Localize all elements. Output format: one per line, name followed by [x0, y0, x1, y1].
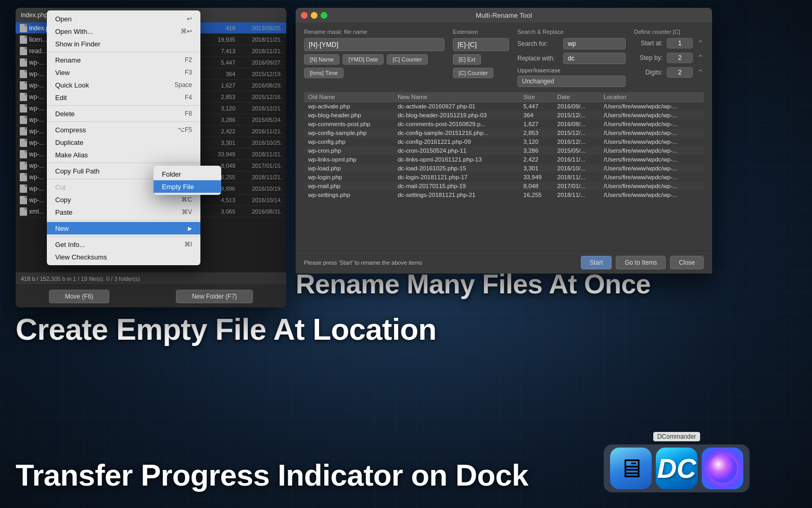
table-row[interactable]: wp-activate.php dc-activate-20160927.php… [304, 102, 704, 111]
cell-size: 2,422 [519, 155, 553, 164]
cell-old-name: wp-cron.php [304, 146, 394, 155]
replace-with-group: Replace with: [517, 53, 626, 64]
step-by-stepper[interactable]: ⌃ [697, 53, 704, 63]
start-at-stepper[interactable]: ⌃ [697, 39, 704, 48]
table-row[interactable]: wp-cron.php dc-cron-20150524.php-11 3,28… [304, 146, 704, 155]
cm-separator [47, 236, 200, 237]
cm-shortcut: F4 [185, 94, 192, 101]
digits-label: Digits: [634, 69, 663, 76]
new-folder-button[interactable]: New Folder (F7) [176, 290, 253, 303]
cm-label: New [55, 225, 184, 232]
move-button[interactable]: Move (F6) [49, 290, 110, 303]
upper-lower-select[interactable]: Unchanged [517, 76, 626, 87]
file-icon [20, 35, 27, 44]
rt-title: Multi-Rename Tool [476, 11, 532, 19]
cm-item-compress[interactable]: Compress⌥F5 [47, 123, 200, 136]
cm-item-edit[interactable]: EditF4 [47, 91, 200, 104]
cell-old-name: wp-comments-post.php [304, 120, 394, 129]
tag-n-name[interactable]: [N] Name [304, 54, 339, 65]
table-row[interactable]: wp-config-sample.php dc-config-sample-20… [304, 129, 704, 138]
cm-label: Get Info... [55, 241, 176, 249]
cm-item-open[interactable]: Open↩ [47, 13, 200, 25]
file-date: 2016/12/21. [235, 105, 282, 111]
cm-item-duplicate[interactable]: Duplicate [47, 136, 200, 148]
cm-shortcut: F2 [185, 56, 192, 64]
tag-c-counter-2[interactable]: [C] Counter [453, 68, 493, 78]
tag-c-counter-1[interactable]: [C] Counter [387, 54, 427, 65]
tag-ymd-date[interactable]: [YMD] Date [342, 54, 384, 65]
file-icon [20, 116, 27, 124]
cell-location: /Users/fire/www/wpdc/wp-... [600, 173, 704, 182]
table-row[interactable]: wp-mail.php dc-mail-20170115.php-19 8,04… [304, 182, 704, 191]
cm-label: Open [55, 15, 179, 23]
close-button[interactable]: Close [670, 256, 704, 269]
cm-item-quick-look[interactable]: Quick LookSpace [47, 79, 200, 91]
cell-location: /Users/fire/www/wpdc/wp-... [600, 146, 704, 155]
table-row[interactable]: wp-settings.php dc-settings-20181121.php… [304, 191, 704, 200]
tag-hms-time[interactable]: [hms] Time [304, 68, 344, 78]
table-row[interactable]: wp-blog-header.php dc-blog-header-201512… [304, 111, 704, 120]
file-size: 3,301 [204, 140, 235, 146]
table-row[interactable]: wp-comments-post.php dc-comments-post-20… [304, 120, 704, 129]
dock-icon-dcommander[interactable]: DC [656, 448, 697, 489]
table-row[interactable]: wp-config.php dc-config-20161221.php-09 … [304, 138, 704, 146]
table-row[interactable]: wp-login.php dc-login-20181121.php-17 33… [304, 173, 704, 182]
finder-emoji: 🖥 [618, 453, 644, 484]
cm-label: Duplicate [55, 139, 192, 146]
cell-location: /Users/fire/www/wpdc/wp-... [600, 155, 704, 164]
replace-with-input[interactable] [563, 53, 626, 64]
cm-item-show-in-finder[interactable]: Show in Finder [47, 38, 200, 50]
search-for-group: Search for: [517, 38, 626, 49]
submenu-folder[interactable]: Folder [154, 168, 221, 180]
dock-icon-siri[interactable] [702, 448, 743, 489]
cell-date: 2015/12/... [553, 129, 600, 138]
search-replace-section: Search & Replace Search for: Replace wit… [517, 29, 626, 87]
cell-new-name: dc-config-20161221.php-09 [394, 138, 519, 146]
start-button[interactable]: Start [581, 256, 612, 269]
file-icon [20, 81, 27, 90]
step-by-input[interactable] [667, 53, 693, 63]
dock-icon-finder[interactable]: 🖥 [610, 448, 652, 489]
cm-item-make-alias[interactable]: Make Alias [47, 148, 200, 161]
go-to-items-button[interactable]: Go to Items [616, 256, 666, 269]
cm-item-new[interactable]: New▶ [47, 222, 200, 234]
rename-mask-input[interactable] [304, 38, 445, 51]
digits-stepper[interactable]: ⌃ [697, 68, 704, 78]
cell-date: 2015/05/... [553, 146, 600, 155]
file-icon [20, 24, 27, 32]
rt-body: Rename mask: file name [N] Name [YMD] Da… [296, 22, 712, 206]
file-date: 2015/05/24. [235, 117, 282, 123]
start-at-input[interactable] [667, 38, 693, 48]
table-row[interactable]: wp-load.php dc-load-20161025.php-15 3,30… [304, 164, 704, 173]
cm-item-open-with[interactable]: Open With...⌘↩ [47, 25, 200, 38]
table-row[interactable]: wp-links-opml.php dc-links-opml-20161121… [304, 155, 704, 164]
file-size: 1,627 [204, 82, 235, 89]
search-for-input[interactable] [563, 38, 626, 49]
file-icon [20, 127, 27, 135]
cm-item-get-info[interactable]: Get Info...⌘I [47, 238, 200, 251]
cm-item-rename[interactable]: RenameF2 [47, 54, 200, 66]
file-icon [20, 184, 27, 193]
cell-date: 2015/12/... [553, 111, 600, 120]
close-button-traffic[interactable] [301, 12, 308, 19]
tag-e-ext[interactable]: [E] Ext [453, 54, 481, 65]
maximize-button-traffic[interactable] [321, 12, 327, 19]
extension-input[interactable] [453, 38, 509, 51]
cm-item-paste[interactable]: Paste⌘V [47, 206, 200, 218]
col-new-name: New Name [394, 92, 519, 102]
minimize-button-traffic[interactable] [311, 12, 318, 19]
cm-item-view-checksums[interactable]: View Checksums [47, 251, 200, 263]
submenu-empty-file[interactable]: Empty File [154, 180, 221, 193]
cell-new-name: dc-settings-20181121.php-21 [394, 191, 519, 200]
cell-size: 2,853 [519, 129, 553, 138]
cell-date: 2016/11/... [553, 155, 600, 164]
cm-item-view[interactable]: ViewF3 [47, 66, 200, 79]
extension-label: Extension [453, 29, 509, 35]
cm-label: Edit [55, 94, 176, 102]
cm-separator [47, 220, 200, 220]
rename-mask-section: Rename mask: file name [N] Name [YMD] Da… [304, 29, 445, 87]
digits-input[interactable] [667, 67, 693, 78]
dock-icons: 🖥 DC [604, 444, 750, 492]
cm-item-delete[interactable]: DeleteF8 [47, 107, 200, 120]
cm-item-copy[interactable]: Copy⌘C [47, 193, 200, 206]
